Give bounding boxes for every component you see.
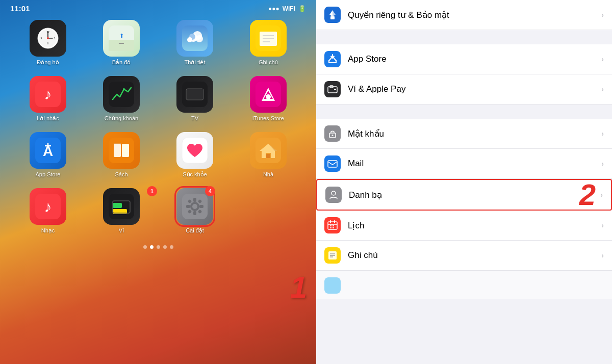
svg-rect-58	[186, 205, 190, 208]
health-label: Sức khỏe	[183, 171, 207, 178]
svg-text:♪: ♪	[44, 86, 52, 102]
svg-point-27	[123, 88, 125, 90]
settings-item-appstore[interactable]: App Store ›	[316, 44, 612, 74]
svg-rect-29	[186, 89, 203, 100]
signal-icon: ●●●	[268, 5, 279, 12]
clock-icon: 12 6 9 3	[30, 20, 66, 57]
wallet-settings-icon	[324, 81, 341, 97]
wallet-badge: 1	[147, 186, 157, 196]
phone-screen: 11:01 ●●● WiFi 🔋 12 6 9 3	[0, 0, 316, 364]
appstore-chevron: ›	[601, 55, 604, 63]
contacts-settings-icon	[325, 187, 342, 203]
weather-label: Thời tiết	[185, 59, 206, 66]
appstore-settings-label: App Store	[348, 54, 601, 64]
app-notes[interactable]: Ghi chú	[235, 20, 302, 66]
notes-settings-label: Ghi chú	[348, 250, 601, 261]
svg-text:⬆: ⬆	[119, 33, 124, 39]
settings-item-contacts[interactable]: Danh bạ › 2	[316, 179, 612, 211]
svg-text:9: 9	[41, 37, 42, 40]
settings-item-calendar[interactable]: Lịch ›	[316, 211, 612, 241]
settings-badge: 4	[205, 186, 215, 196]
settings-item-mail[interactable]: Mail ›	[316, 149, 612, 179]
app-itunes[interactable]: iTunes Store	[235, 76, 302, 122]
settings-panel: Quyền riêng tư & Bảo mật › App Store ›	[316, 0, 612, 364]
battery-icon: 🔋	[298, 5, 306, 12]
settings-item-wallet[interactable]: Ví & Apple Pay ›	[316, 74, 612, 105]
app-stocks[interactable]: Chứng khoán	[88, 76, 155, 122]
weather-icon	[176, 20, 213, 57]
app-grid-row4: ♪ Nhạc 1 Ví	[0, 183, 316, 239]
app-music[interactable]: ♪ Nhạc	[14, 188, 82, 234]
step-2-label: 2	[579, 180, 596, 210]
svg-text:━━: ━━	[118, 41, 124, 46]
svg-point-74	[332, 135, 334, 136]
clock-label: Đồng hồ	[37, 59, 59, 66]
maps-icon: ⬆ ━━	[103, 20, 140, 57]
appstore-label: App Store	[36, 171, 61, 177]
app-reminders[interactable]: ♪ Lời nhắc	[14, 76, 82, 122]
status-time: 11:01	[10, 4, 30, 13]
app-appstore[interactable]: A App Store	[14, 132, 82, 178]
settings-item-privacy[interactable]: Quyền riêng tư & Bảo mật ›	[316, 0, 612, 30]
notes-label: Ghi chú	[259, 59, 278, 65]
svg-rect-75	[328, 161, 337, 167]
stocks-label: Chứng khoán	[105, 115, 138, 122]
app-maps[interactable]: ⬆ ━━ Bản đồ	[88, 20, 155, 66]
app-settings[interactable]: 4 Cài đặt	[161, 188, 228, 234]
appstore-icon: A	[30, 132, 66, 169]
privacy-icon	[324, 7, 341, 23]
partial-icon	[324, 277, 341, 294]
step-1-label: 1	[290, 272, 307, 303]
svg-rect-50	[113, 203, 122, 208]
books-label: Sách	[115, 171, 128, 177]
svg-point-18	[187, 37, 192, 42]
contacts-settings-label: Danh bạ	[349, 190, 600, 200]
app-grid-row1: 12 6 9 3 Đồng hồ ⬆ ━━	[0, 15, 316, 71]
svg-rect-45	[266, 154, 270, 158]
wallet-chevron: ›	[601, 85, 604, 93]
maps-label: Bản đồ	[112, 59, 131, 66]
tv-icon	[176, 76, 213, 113]
app-tv[interactable]: TV	[161, 76, 228, 122]
dot-4	[163, 245, 167, 249]
settings-item-partial[interactable]	[316, 271, 612, 299]
home-label: Nhà	[263, 171, 273, 177]
dot-2	[150, 245, 154, 249]
app-weather[interactable]: Thời tiết	[161, 20, 228, 66]
tv-label: TV	[191, 115, 198, 121]
calendar-settings-label: Lịch	[348, 220, 601, 231]
app-wallet[interactable]: 1 Ví	[88, 188, 155, 234]
password-settings-icon	[324, 125, 341, 142]
mail-chevron: ›	[601, 160, 604, 168]
wallet-label: Ví	[119, 227, 124, 233]
svg-rect-38	[109, 138, 134, 163]
settings-item-password[interactable]: Mật khẩu ›	[316, 119, 612, 149]
svg-point-8	[47, 37, 49, 39]
calendar-chevron: ›	[601, 221, 604, 229]
stocks-icon	[103, 76, 140, 113]
svg-rect-56	[193, 198, 196, 202]
svg-point-33	[266, 94, 271, 99]
svg-rect-39	[114, 144, 121, 157]
svg-rect-57	[193, 211, 196, 215]
app-clock[interactable]: 12 6 9 3 Đồng hồ	[14, 20, 82, 66]
app-books[interactable]: Sách	[88, 132, 155, 178]
settings-item-notes[interactable]: Ghi chú ›	[316, 241, 612, 271]
app-health[interactable]: Sức khỏe	[161, 132, 228, 178]
status-icons: ●●● WiFi 🔋	[268, 5, 306, 12]
svg-text:6: 6	[47, 42, 49, 45]
app-grid-row2: ♪ Lời nhắc Chứng khoán	[0, 71, 316, 127]
svg-point-76	[332, 191, 336, 195]
appstore-settings-icon	[324, 51, 341, 67]
dot-1	[143, 245, 147, 249]
itunes-icon	[250, 76, 287, 113]
calendar-settings-icon	[324, 217, 341, 233]
separator-1	[316, 30, 612, 44]
reminders-icon: ♪	[30, 76, 66, 113]
svg-rect-59	[199, 205, 203, 208]
svg-rect-64	[330, 16, 335, 19]
app-grid-row3: A App Store Sách	[0, 127, 316, 183]
app-home[interactable]: Nhà	[235, 132, 302, 178]
svg-rect-83	[330, 227, 332, 228]
settings-list: Quyền riêng tư & Bảo mật › App Store ›	[316, 0, 612, 299]
